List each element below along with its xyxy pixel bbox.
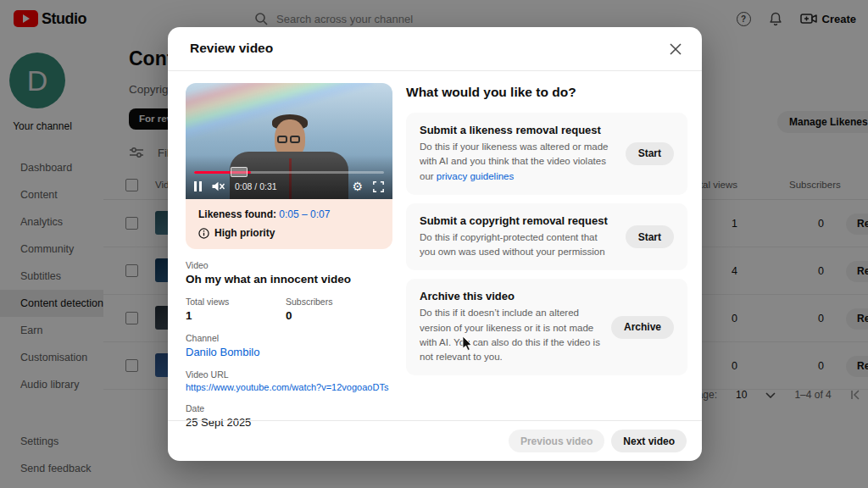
video-details-column: 0:08 / 0:31 ⚙ Likeness found: 0:05 – 0:0… <box>186 83 392 429</box>
privacy-guidelines-link[interactable]: privacy guidelines <box>437 171 514 181</box>
archive-video-option-card: Archive this video Do this if it doesn’t… <box>406 279 687 375</box>
start-copyright-request-button[interactable]: Start <box>626 225 674 248</box>
video-url-group: Video URL https://www.youtube.com/watch?… <box>186 369 392 392</box>
total-views-label: Total views <box>186 297 286 307</box>
close-icon[interactable] <box>666 40 685 58</box>
modal-footer: Previous video Next video <box>168 420 702 461</box>
video-stats-group: Total views 1 Subscribers 0 <box>186 297 392 322</box>
screen: Studio ? Create <box>0 0 868 488</box>
option-description: Do this if it doesn’t include an altered… <box>420 306 601 364</box>
option-title: Archive this video <box>420 290 601 302</box>
copyright-removal-option-card: Submit a copyright removal request Do th… <box>406 203 687 271</box>
likeness-removal-option-card: Submit a likeness removal request Do thi… <box>406 113 687 195</box>
pause-icon[interactable] <box>194 181 202 191</box>
player-timeline[interactable] <box>194 171 384 174</box>
player-controls: 0:08 / 0:31 ⚙ <box>194 179 384 194</box>
settings-gear-icon[interactable]: ⚙ <box>352 180 363 192</box>
archive-video-button[interactable]: Archive <box>611 316 674 339</box>
channel-label: Channel <box>186 333 392 343</box>
priority-badge: High priority <box>214 227 275 239</box>
option-title: Submit a copyright removal request <box>420 214 615 227</box>
video-player[interactable]: 0:08 / 0:31 ⚙ <box>186 83 392 199</box>
subscribers-value: 0 <box>286 309 386 322</box>
review-video-modal: Review video <box>168 27 702 461</box>
question-heading: What would you like to do? <box>406 85 687 100</box>
next-video-button[interactable]: Next video <box>611 430 687 452</box>
channel-link[interactable]: Danilo Bombilo <box>186 346 392 358</box>
video-url-label: Video URL <box>186 369 392 380</box>
likeness-found-label: Likeness found: <box>198 208 276 220</box>
subscribers-label: Subscribers <box>286 297 386 307</box>
video-url-link[interactable]: https://www.youtube.com/watch?v=12vogoao… <box>186 382 392 392</box>
fullscreen-icon[interactable] <box>373 181 384 192</box>
modal-title: Review video <box>190 41 273 56</box>
channel-group: Channel Danilo Bombilo <box>186 333 392 358</box>
likeness-segment-marker[interactable] <box>231 167 248 177</box>
video-title: Oh my what an innocent video <box>186 273 392 286</box>
muted-volume-icon[interactable] <box>211 180 225 192</box>
actions-column: What would you like to do? Submit a like… <box>406 81 687 384</box>
option-description: Do this if copyright-protected content t… <box>420 230 615 260</box>
date-label: Date <box>186 403 392 413</box>
player-time: 0:08 / 0:31 <box>235 181 277 191</box>
info-icon <box>198 228 209 239</box>
video-title-group: Video Oh my what an innocent video <box>186 260 392 286</box>
total-views-value: 1 <box>186 309 286 322</box>
start-likeness-request-button[interactable]: Start <box>626 142 674 165</box>
modal-header: Review video <box>168 27 702 71</box>
video-label: Video <box>186 260 392 270</box>
option-description: Do this if your likeness was altered or … <box>420 140 615 184</box>
likeness-timestamp-link[interactable]: 0:05 – 0:07 <box>279 208 330 220</box>
previous-video-button[interactable]: Previous video <box>509 430 604 452</box>
option-title: Submit a likeness removal request <box>420 124 615 136</box>
likeness-found-banner: Likeness found: 0:05 – 0:07 High priorit… <box>186 199 392 249</box>
